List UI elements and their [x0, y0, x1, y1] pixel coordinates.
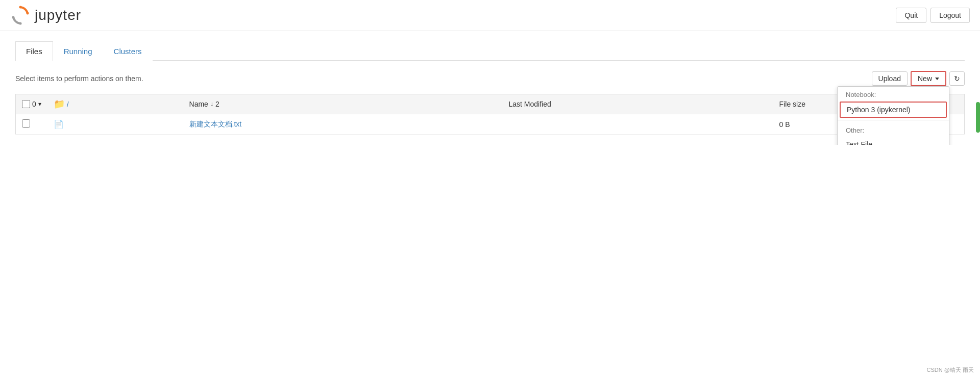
- file-table-header-row: 0 ▾ 📁 / Name ↓ 2 Last Modified: [16, 94, 965, 114]
- svg-point-2: [19, 22, 22, 25]
- select-info: Select items to perform actions on them.: [15, 74, 143, 83]
- file-icon-cell: 📄: [47, 114, 183, 135]
- other-section-label: Other:: [838, 122, 949, 136]
- refresh-icon: ↻: [954, 74, 960, 83]
- select-all-checkbox[interactable]: [22, 100, 30, 108]
- quit-button[interactable]: Quit: [896, 8, 926, 23]
- name-sort-header[interactable]: Name ↓ 2: [189, 100, 497, 108]
- new-button-label: New: [918, 74, 932, 83]
- app-name: jupyter: [35, 7, 81, 23]
- row-checkbox-cell: [16, 114, 47, 135]
- select-count: 0: [32, 100, 36, 108]
- text-file-item[interactable]: Text File: [838, 136, 949, 145]
- jupyter-logo-icon: [10, 5, 31, 26]
- breadcrumb-cell: 📁 /: [47, 94, 183, 114]
- dropdown-divider: [838, 120, 949, 120]
- file-link[interactable]: 新建文本文档.txt: [189, 120, 242, 128]
- svg-point-3: [12, 16, 15, 19]
- row-checkbox[interactable]: [22, 119, 30, 128]
- logout-button[interactable]: Logout: [930, 8, 970, 23]
- refresh-button[interactable]: ↻: [949, 71, 965, 86]
- scrollbar[interactable]: [976, 102, 980, 133]
- text-file-icon: 📄: [54, 120, 64, 129]
- app-header: jupyter Quit Logout: [0, 0, 980, 31]
- file-table: 0 ▾ 📁 / Name ↓ 2 Last Modified: [15, 94, 965, 135]
- tab-clusters[interactable]: Clusters: [103, 41, 153, 61]
- table-row: 📄 新建文本文档.txt 0 B: [16, 114, 965, 135]
- main-content: Files Running Clusters Select items to p…: [0, 31, 980, 145]
- file-name-cell: 新建文本文档.txt: [183, 114, 503, 135]
- file-modified-cell: [502, 114, 773, 135]
- breadcrumb-path[interactable]: /: [67, 100, 69, 109]
- svg-point-1: [27, 12, 29, 15]
- new-button[interactable]: New: [911, 71, 946, 86]
- notebook-section-label: Notebook:: [838, 87, 949, 100]
- sort-count-label: 2: [215, 100, 219, 108]
- logo-area: jupyter: [10, 5, 81, 26]
- tab-bar: Files Running Clusters: [15, 41, 965, 61]
- folder-nav-icon: 📁: [54, 99, 65, 109]
- python3-kernel-item[interactable]: Python 3 (ipykernel): [840, 102, 947, 118]
- last-modified-header-cell: Last Modified: [502, 94, 773, 114]
- select-all-cell: 0 ▾: [16, 94, 47, 114]
- toolbar-right: Upload New ↻ Notebook: Python 3 (ipykern…: [872, 71, 965, 86]
- name-header-cell: Name ↓ 2: [183, 94, 503, 114]
- new-dropdown-menu: Notebook: Python 3 (ipykernel) Other: Te…: [837, 86, 949, 145]
- upload-button[interactable]: Upload: [872, 71, 908, 86]
- svg-point-0: [19, 6, 22, 9]
- select-dropdown-arrow-icon[interactable]: ▾: [38, 100, 41, 108]
- tab-files[interactable]: Files: [15, 41, 53, 61]
- tab-running[interactable]: Running: [53, 41, 103, 61]
- sort-icon: ↓: [210, 100, 213, 108]
- file-toolbar: Select items to perform actions on them.…: [15, 71, 965, 86]
- header-buttons: Quit Logout: [896, 8, 970, 23]
- new-button-caret-icon: [935, 78, 939, 80]
- select-all-area: 0 ▾: [22, 100, 41, 108]
